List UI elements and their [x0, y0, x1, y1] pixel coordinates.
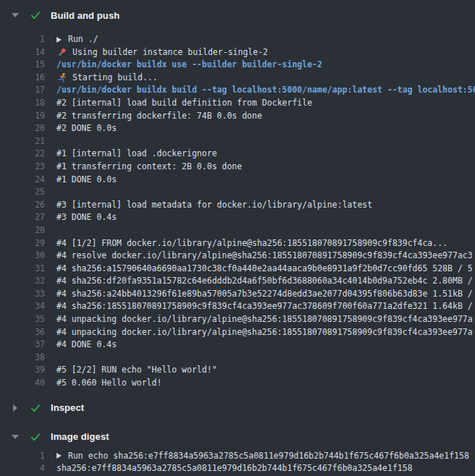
line-number-link[interactable]: 29 [0, 237, 45, 250]
log-line: 39#5 [2/2] RUN echo "Hello world!" [0, 364, 475, 377]
line-number-link[interactable]: 14 [0, 46, 45, 59]
line-number-link[interactable]: 17 [0, 84, 45, 97]
line-number-link[interactable]: 28 [0, 224, 45, 237]
line-number-link[interactable]: 39 [0, 364, 45, 377]
line-number-link[interactable]: 22 [0, 148, 45, 161]
line-number-link[interactable]: 27 [0, 211, 45, 224]
log-line: 34#4 sha256:185518070891758909c9f839cf4c… [0, 300, 475, 313]
section-header-build-and-push[interactable]: Build and push [0, 6, 475, 25]
log-text: Using builder instance builder-single-2 [45, 46, 268, 59]
log-line: 18#2 [internal] load build definition fr… [0, 97, 475, 110]
line-number-link[interactable]: 16 [0, 72, 45, 85]
chevron-down-icon[interactable] [10, 13, 20, 17]
line-number-link[interactable]: 4 [0, 462, 45, 475]
log-line: 33#4 sha256:a24bb4013296f61e89ba57005a7b… [0, 288, 475, 301]
success-check-icon [30, 431, 41, 443]
line-number-link[interactable]: 20 [0, 122, 45, 135]
log-text: #4 sha256:df20fa9351a15782c64e6dddb2d4a6… [45, 275, 473, 288]
log-text: #1 DONE 0.0s [45, 174, 117, 187]
log-line: 35#4 unpacking docker.io/library/alpine@… [0, 313, 475, 326]
command-text: /usr/bin/docker buildx build --tag local… [45, 84, 475, 97]
log-lines-image-digest: 1Run echo sha256:e7ff8834a5963a2785c5a08… [0, 450, 475, 475]
line-number-link[interactable]: 33 [0, 288, 45, 301]
log-text: #4 [1/2] FROM docker.io/library/alpine@s… [45, 237, 447, 250]
chevron-down-icon[interactable] [10, 435, 20, 439]
chevron-right-icon[interactable] [10, 404, 20, 412]
line-number-link[interactable]: 26 [0, 199, 45, 212]
section-title: Image digest [51, 431, 109, 442]
log-text: #4 sha256:a15790640a6690aa1730c38cf0a440… [45, 263, 473, 276]
log-line: 36#4 unpacking docker.io/library/alpine@… [0, 326, 475, 339]
log-line: 14 Using builder instance builder-single… [0, 46, 475, 59]
log-line: 25 [0, 186, 475, 199]
log-line: 21 [0, 135, 475, 148]
log-line: 1Run ./ [0, 33, 475, 46]
success-check-icon [30, 402, 41, 414]
section-build-and-push: Build and push 1Run ./14 Using builder i… [0, 6, 475, 390]
log-line: 16 Starting build... [0, 72, 475, 85]
log-line: 19#2 transferring dockerfile: 74B 0.0s d… [0, 110, 475, 123]
log-text: Run ./ [45, 33, 98, 46]
line-number-link[interactable]: 25 [0, 186, 45, 199]
section-title: Inspect [51, 402, 84, 413]
log-text: #3 [internal] load metadata for docker.i… [45, 199, 372, 212]
log-line: 22#1 [internal] load .dockerignore [0, 148, 475, 161]
line-number-link[interactable]: 18 [0, 97, 45, 110]
line-number-link[interactable]: 24 [0, 174, 45, 187]
log-line: 1Run echo sha256:e7ff8834a5963a2785c5a08… [0, 450, 475, 463]
line-number-link[interactable]: 21 [0, 135, 45, 148]
section-image-digest: Image digest 1Run echo sha256:e7ff8834a5… [0, 428, 475, 475]
log-text: #2 [internal] load build definition from… [45, 97, 312, 110]
log-line: 17/usr/bin/docker buildx build --tag loc… [0, 84, 475, 97]
section-header-image-digest[interactable]: Image digest [0, 428, 475, 446]
workflow-log: Build and push 1Run ./14 Using builder i… [0, 0, 475, 475]
log-line: 23#1 transferring context: 2B 0.0s done [0, 161, 475, 174]
log-line: 40#5 0.060 Hello world! [0, 377, 475, 390]
log-line: 32#4 sha256:df20fa9351a15782c64e6dddb2d4… [0, 275, 475, 288]
log-line: 4sha256:e7ff8834a5963a2785c5a0811e979d16… [0, 462, 475, 475]
log-line: 29#4 [1/2] FROM docker.io/library/alpine… [0, 237, 475, 250]
log-line: 31#4 sha256:a15790640a6690aa1730c38cf0a4… [0, 263, 475, 276]
log-text: #5 [2/2] RUN echo "Hello world!" [45, 364, 217, 377]
line-number-link[interactable]: 38 [0, 352, 45, 365]
log-line: 30#4 resolve docker.io/library/alpine@sh… [0, 250, 475, 263]
log-lines-build-and-push: 1Run ./14 Using builder instance builder… [0, 33, 475, 390]
runner-icon [56, 72, 67, 83]
log-text: #4 resolve docker.io/library/alpine@sha2… [45, 250, 473, 263]
line-number-link[interactable]: 15 [0, 59, 45, 72]
pushpin-icon [56, 47, 67, 58]
log-text: sha256:e7ff8834a5963a2785c5a0811e979d16b… [45, 462, 413, 475]
line-number-link[interactable]: 36 [0, 326, 45, 339]
log-text: Run echo sha256:e7ff8834a5963a2785c5a081… [45, 450, 469, 463]
expand-group-icon[interactable] [56, 37, 62, 43]
log-line: 28 [0, 224, 475, 237]
line-number-link[interactable]: 19 [0, 110, 45, 123]
line-number-link[interactable]: 30 [0, 250, 45, 263]
log-text: #1 [internal] load .dockerignore [45, 148, 217, 161]
line-number-link[interactable]: 31 [0, 263, 45, 276]
section-inspect: Inspect [0, 399, 475, 417]
log-text: #2 transferring dockerfile: 74B 0.0s don… [45, 110, 262, 123]
line-number-link[interactable]: 34 [0, 300, 45, 313]
section-title: Build and push [51, 10, 119, 21]
log-line: 26#3 [internal] load metadata for docker… [0, 199, 475, 212]
success-check-icon [30, 9, 41, 21]
line-number-link[interactable]: 1 [0, 450, 45, 463]
log-text: Starting build... [45, 72, 158, 85]
log-line: 24#1 DONE 0.0s [0, 174, 475, 187]
log-text: #3 DONE 0.4s [45, 211, 117, 224]
line-number-link[interactable]: 40 [0, 377, 45, 390]
log-text: #4 sha256:a24bb4013296f61e89ba57005a7b3e… [45, 288, 473, 301]
line-number-link[interactable]: 23 [0, 161, 45, 174]
line-number-link[interactable]: 32 [0, 275, 45, 288]
line-number-link[interactable]: 37 [0, 339, 45, 352]
line-number-link[interactable]: 1 [0, 33, 45, 46]
log-text: #2 DONE 0.0s [45, 122, 117, 135]
log-line: 37#4 DONE 0.4s [0, 339, 475, 352]
section-header-inspect[interactable]: Inspect [0, 399, 475, 417]
log-text: #4 sha256:185518070891758909c9f839cf4ca3… [45, 300, 473, 313]
log-text: #4 unpacking docker.io/library/alpine@sh… [45, 313, 473, 326]
line-number-link[interactable]: 35 [0, 313, 45, 326]
command-text: /usr/bin/docker buildx use --builder bui… [45, 59, 322, 72]
expand-group-icon[interactable] [56, 453, 62, 459]
